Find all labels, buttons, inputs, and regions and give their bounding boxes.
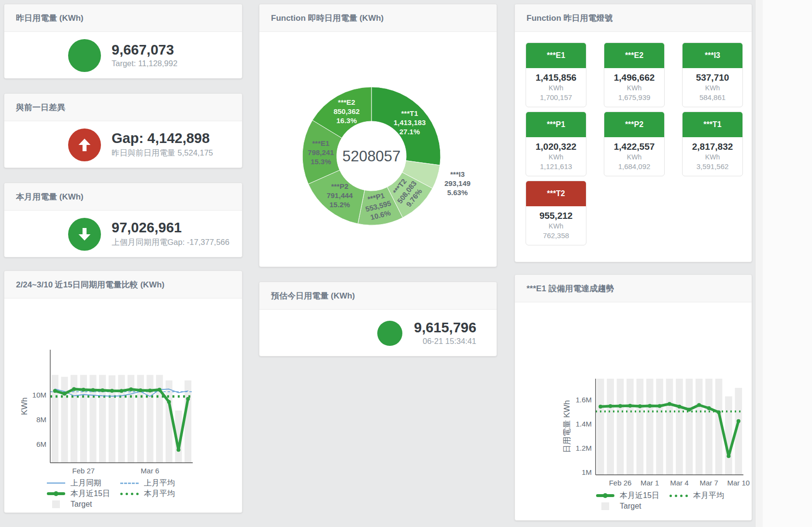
legend-item-this-month-avg[interactable]: 本月平均 xyxy=(670,491,743,501)
svg-text:Feb 26: Feb 26 xyxy=(609,479,632,487)
status-tile-p1[interactable]: ***P1 1,020,322 KWh 1,121,613 xyxy=(526,112,586,176)
legend-item-this-month-avg[interactable]: 本月平均 xyxy=(120,489,194,499)
dashboard-background: 昨日用電量 (KWh) 9,667,073 Target: 11,128,992… xyxy=(0,0,755,527)
compare-legend: 上月同期 上月平均 本月近15日 本月平均 xyxy=(47,478,194,510)
card-realtime-donut: Function 即時日用電量 (KWh) ***T11,413,18327.1… xyxy=(259,4,497,267)
tile-target: 1,700,157 xyxy=(526,93,586,101)
tile-name: ***E2 xyxy=(604,43,664,68)
svg-text:Mar 6: Mar 6 xyxy=(141,467,159,475)
card-title: 與前一日差異 xyxy=(4,94,242,121)
status-tile-p2[interactable]: ***P2 1,422,557 KWh 1,684,092 xyxy=(604,112,665,176)
tile-unit: KWh xyxy=(526,222,586,230)
svg-text:Mar 10: Mar 10 xyxy=(727,479,750,487)
card-e1-trend: ***E1 設備用電達成趨勢 1M1.2M1.4M1.6MFeb 26Mar 1… xyxy=(514,274,752,521)
tile-value: 1,496,662 xyxy=(604,72,664,83)
legend-label: 上月同期 xyxy=(71,478,101,488)
svg-text:10M: 10M xyxy=(32,391,46,399)
svg-text:Mar 7: Mar 7 xyxy=(699,479,718,487)
tile-unit: KWh xyxy=(683,153,742,161)
card-title: Function 昨日用電燈號 xyxy=(515,4,752,32)
svg-text:Mar 1: Mar 1 xyxy=(641,479,659,487)
tile-unit: KWh xyxy=(526,84,586,92)
yesterday-usage-target: Target: 11,128,992 xyxy=(112,59,177,68)
trend-legend: 本月近15日 本月平均 Target xyxy=(596,490,743,512)
svg-text:6M: 6M xyxy=(36,440,46,448)
up-arrow-icon xyxy=(68,128,101,161)
card-title: 本月用電量 (KWh) xyxy=(4,183,242,211)
card-title: 2/24~3/10 近15日同期用電量比較 (KWh) xyxy=(4,271,242,299)
legend-item-last-month-avg[interactable]: 上月平均 xyxy=(120,478,194,488)
legend-item-this-month[interactable]: 本月近15日 xyxy=(47,489,120,499)
status-tile-t2[interactable]: ***T2 955,212 KWh 762,358 xyxy=(526,181,586,245)
svg-text:日用電量 KWh: 日用電量 KWh xyxy=(562,400,571,453)
green-line-swatch xyxy=(596,494,614,497)
compare-line-chart[interactable]: 6M8M10MFeb 27Mar 6KWh xyxy=(4,299,243,476)
svg-text:8M: 8M xyxy=(36,415,46,424)
tile-name: ***P1 xyxy=(526,112,586,137)
realtime-donut-chart[interactable]: ***T11,413,18327.1%***I3293,1495.63%***T… xyxy=(259,32,498,267)
estimate-timestamp: 06-21 15:34:41 xyxy=(414,337,476,346)
month-usage-value: 97,026,961 xyxy=(112,220,229,236)
legend-label: 本月平均 xyxy=(144,489,175,499)
tile-value: 955,212 xyxy=(526,211,586,221)
card-title: 昨日用電量 (KWh) xyxy=(4,4,242,32)
legend-label: 本月近15日 xyxy=(71,489,110,499)
legend-label: 本月平均 xyxy=(693,491,724,501)
card-title: 預估今日用電量 (KWh) xyxy=(259,282,497,310)
svg-text:1.2M: 1.2M xyxy=(576,444,592,452)
svg-text:1M: 1M xyxy=(582,468,592,476)
status-tile-e1[interactable]: ***E1 1,415,856 KWh 1,700,157 xyxy=(526,43,586,107)
tile-name: ***I3 xyxy=(683,43,742,68)
tile-value: 2,817,832 xyxy=(683,142,742,152)
tile-name: ***T1 xyxy=(683,112,742,137)
svg-text:Feb 27: Feb 27 xyxy=(72,467,95,475)
month-usage-gap: 上個月同期用電Gap: -17,377,566 xyxy=(112,237,229,248)
tile-target: 3,591,562 xyxy=(683,162,742,171)
blue-dashed-swatch xyxy=(120,483,139,484)
status-tile-i3[interactable]: ***I3 537,710 KWh 584,861 xyxy=(682,43,743,107)
card-title: ***E1 設備用電達成趨勢 xyxy=(515,275,752,302)
status-tile-t1[interactable]: ***T1 2,817,832 KWh 3,591,562 xyxy=(682,112,743,176)
card-month-usage: 本月用電量 (KWh) 97,026,961 上個月同期用電Gap: -17,3… xyxy=(4,183,242,257)
legend-label: 上月平均 xyxy=(144,478,175,488)
tile-target: 584,861 xyxy=(683,93,742,101)
card-compare-chart: 2/24~3/10 近15日同期用電量比較 (KWh) 6M8M10MFeb 2… xyxy=(4,271,242,513)
svg-text:Mar 4: Mar 4 xyxy=(670,479,688,487)
green-dotted-swatch xyxy=(670,495,688,497)
tile-value: 537,710 xyxy=(683,72,742,83)
legend-label: Target xyxy=(620,502,641,511)
tile-unit: KWh xyxy=(604,84,664,92)
tile-target: 1,684,092 xyxy=(604,162,664,171)
svg-text:1.4M: 1.4M xyxy=(576,420,592,428)
legend-item-last-month[interactable]: 上月同期 xyxy=(47,478,120,488)
blue-line-swatch xyxy=(47,483,65,484)
vertical-scrollbar[interactable] xyxy=(755,0,763,527)
tile-unit: KWh xyxy=(526,153,586,161)
legend-item-this-month[interactable]: 本月近15日 xyxy=(596,491,670,501)
tile-name: ***P2 xyxy=(604,112,664,137)
down-arrow-icon xyxy=(68,218,101,251)
tile-target: 762,358 xyxy=(526,231,586,240)
legend-item-target[interactable]: Target xyxy=(47,500,120,509)
svg-text:***I3293,1495.63%: ***I3293,1495.63% xyxy=(444,170,470,197)
status-tile-e2[interactable]: ***E2 1,496,662 KWh 1,675,939 xyxy=(604,43,665,107)
grey-square-swatch xyxy=(47,500,65,508)
day-gap-sub: 昨日與前日用電量 5,524,175 xyxy=(112,148,213,158)
tile-name: ***E1 xyxy=(526,43,586,68)
e1-trend-chart[interactable]: 1M1.2M1.4M1.6MFeb 26Mar 1Mar 4Mar 7Mar 1… xyxy=(515,302,753,488)
card-day-gap: 與前一日差異 Gap: 4,142,898 昨日與前日用電量 5,524,175 xyxy=(4,93,242,168)
card-yesterday-usage: 昨日用電量 (KWh) 9,667,073 Target: 11,128,992 xyxy=(4,4,242,79)
legend-label: 本月近15日 xyxy=(620,491,659,501)
green-dotted-swatch xyxy=(120,493,139,495)
tile-value: 1,020,322 xyxy=(526,142,586,152)
day-gap-value: Gap: 4,142,898 xyxy=(112,131,213,146)
tile-name: ***T2 xyxy=(526,181,586,206)
svg-text:KWh: KWh xyxy=(20,398,29,415)
tile-target: 1,675,939 xyxy=(604,93,664,101)
legend-item-target[interactable]: Target xyxy=(596,502,670,511)
green-line-swatch xyxy=(47,492,65,495)
legend-label: Target xyxy=(71,500,92,509)
svg-text:5208057: 5208057 xyxy=(342,148,401,165)
grey-square-swatch xyxy=(596,502,614,510)
tile-value: 1,422,557 xyxy=(604,142,664,152)
